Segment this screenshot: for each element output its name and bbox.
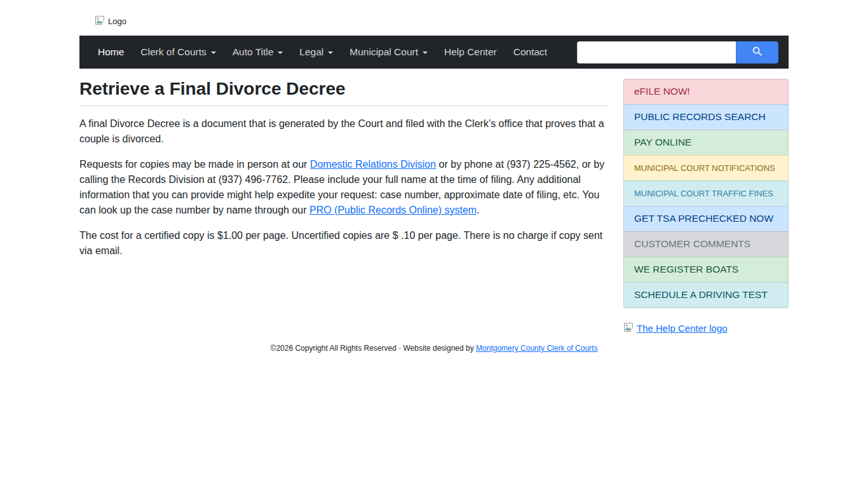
logo-alt-text: Logo <box>108 17 126 26</box>
main-content: Retrieve a Final Divorce Decree A final … <box>79 74 607 335</box>
nav-item-municipal-court[interactable]: Municipal Court <box>341 41 436 63</box>
search-form <box>577 41 778 64</box>
page-title: Retrieve a Final Divorce Decree <box>79 79 607 99</box>
sidebar-item-schedule-driving-test[interactable]: SCHEDULE A DRIVING TEST <box>623 282 789 308</box>
nav-item-label: Municipal Court <box>349 46 418 58</box>
footer-copyright-text: ©2026 Copyright All Rights Reserved · We… <box>271 344 476 353</box>
nav-item-help-center[interactable]: Help Center <box>436 41 505 63</box>
nav-item-label: Contact <box>513 46 547 58</box>
sidebar-item-get-tsa-prechecked[interactable]: GET TSA PRECHECKED NOW <box>623 206 789 232</box>
nav-item-home[interactable]: Home <box>90 41 132 63</box>
search-icon <box>752 46 763 58</box>
sidebar-item-customer-comments[interactable]: CUSTOMER COMMENTS <box>623 231 789 257</box>
nav-item-label: Clerk of Courts <box>140 46 206 58</box>
paragraph-intro: A final Divorce Decree is a document tha… <box>79 116 607 147</box>
broken-image-icon <box>95 15 105 27</box>
nav-item-legal[interactable]: Legal <box>291 41 341 63</box>
sidebar-item-municipal-court-traffic-fines[interactable]: MUNICIPAL COURT TRAFFIC FINES <box>623 180 789 207</box>
footer: ©2026 Copyright All Rights Reserved · We… <box>79 344 789 365</box>
sidebar-item-we-register-boats[interactable]: WE REGISTER BOATS <box>623 257 789 283</box>
nav-item-auto-title[interactable]: Auto Title <box>224 41 292 63</box>
paragraph-cost: The cost for a certified copy is $1.00 p… <box>79 228 607 259</box>
title-divider <box>79 105 607 106</box>
pro-public-records-online-link[interactable]: PRO (Public Records Online) system <box>309 205 477 215</box>
content-row: Retrieve a Final Divorce Decree A final … <box>79 69 789 335</box>
paragraph-requests-text-3: . <box>477 205 479 215</box>
caret-down-icon <box>278 51 283 54</box>
sidebar-item-efile-now[interactable]: eFILE NOW! <box>623 79 789 105</box>
nav-item-label: Legal <box>299 46 323 58</box>
nav-item-label: Help Center <box>444 46 497 58</box>
sidebar-item-public-records-search[interactable]: PUBLIC RECORDS SEARCH <box>623 104 789 130</box>
logo-link[interactable]: Logo <box>95 15 126 27</box>
nav-links: Home Clerk of Courts Auto Title Legal Mu… <box>90 41 577 63</box>
nav-item-contact[interactable]: Contact <box>505 41 555 63</box>
container: Logo Home Clerk of Courts Auto Title Leg… <box>79 0 789 365</box>
caret-down-icon <box>423 51 428 54</box>
sidebar: eFILE NOW! PUBLIC RECORDS SEARCH PAY ONL… <box>623 74 789 335</box>
help-center-logo-alt-text: The Help Center logo <box>637 323 728 334</box>
site-header: Logo <box>79 0 789 36</box>
footer-clerk-link[interactable]: Montgomery County Clerk of Courts <box>476 344 597 353</box>
paragraph-requests: Requests for copies may be made in perso… <box>79 157 607 218</box>
domestic-relations-division-link[interactable]: Domestic Relations Division <box>310 159 436 170</box>
nav-item-label: Home <box>98 46 124 58</box>
main-navbar: Home Clerk of Courts Auto Title Legal Mu… <box>79 36 789 69</box>
caret-down-icon <box>328 51 333 54</box>
search-button[interactable] <box>736 41 778 64</box>
sidebar-item-pay-online[interactable]: PAY ONLINE <box>623 130 789 156</box>
search-input[interactable] <box>577 41 736 64</box>
nav-item-label: Auto Title <box>233 46 274 58</box>
paragraph-requests-text-1: Requests for copies may be made in perso… <box>79 159 310 170</box>
broken-image-icon <box>623 322 634 334</box>
caret-down-icon <box>211 51 216 54</box>
help-center-logo-link[interactable]: The Help Center logo <box>623 322 728 334</box>
nav-item-clerk-of-courts[interactable]: Clerk of Courts <box>132 41 224 63</box>
sidebar-item-municipal-court-notifications[interactable]: MUNICIPAL COURT NOTIFICATIONS <box>623 155 789 181</box>
sidebar-list-group: eFILE NOW! PUBLIC RECORDS SEARCH PAY ONL… <box>623 79 789 308</box>
page: Logo Home Clerk of Courts Auto Title Leg… <box>0 0 868 488</box>
